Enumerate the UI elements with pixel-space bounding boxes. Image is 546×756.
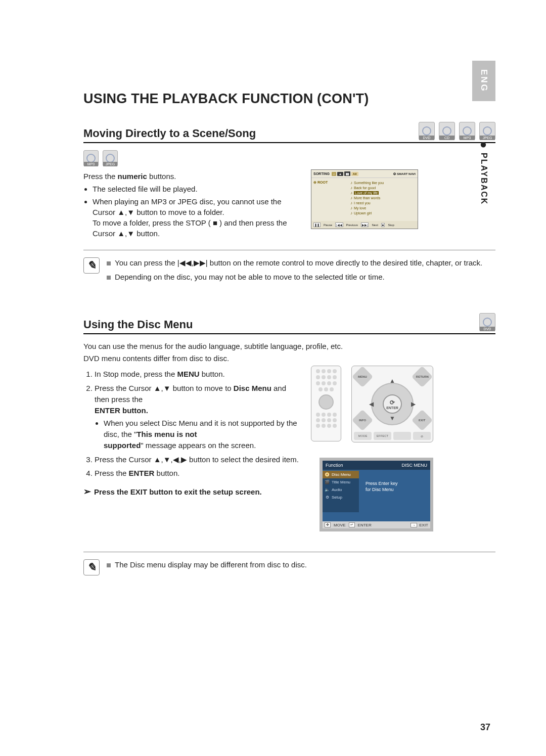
smartnavi-footer: ❚❚Pause |◀◀Previous ▶▶|Next ■Stop	[311, 221, 418, 229]
side-section-label: ● PLAYBACK	[472, 142, 495, 205]
osd-menu-item: 🎬Title Menu	[323, 478, 359, 486]
exit-key-icon: →	[411, 523, 417, 527]
previous-label: Previous	[346, 224, 358, 227]
music-note-icon: ♪	[350, 191, 352, 195]
pointer-icon: ➢	[83, 486, 91, 497]
enter-label: ENTER	[358, 523, 372, 527]
disc-icon-jpeg: JPEG	[103, 150, 118, 166]
note-bullet-icon	[107, 563, 111, 567]
song-item: ♪My love	[350, 206, 416, 210]
disc-icon-dvd: DVD	[479, 313, 495, 331]
note-content: You can press the |◀◀,▶▶| button on the …	[107, 257, 482, 283]
osd-menu-item: 🔈Audio	[323, 486, 359, 494]
song-item: ♪Uptown girl	[350, 211, 416, 215]
intro-text: Press the numeric buttons.	[83, 171, 301, 182]
note-text: Depending on the disc, you may not be ab…	[115, 273, 385, 281]
section-moving-heading: Moving Directly to a Scene/Song	[83, 127, 256, 140]
note-bullet-icon	[107, 261, 111, 265]
disc-icon-cd: CD	[439, 122, 455, 140]
osd-menu-item-selected: 📀Disc Menu	[323, 471, 359, 478]
disc-icon-jpeg: JPEG	[479, 122, 495, 140]
step-item: Press the Cursor ▲,▼ button to move to D…	[95, 383, 301, 451]
return-button: RETURN	[412, 366, 433, 387]
intro-text: DVD menu contents differ from disc to di…	[83, 353, 495, 364]
disc-icon-dvd: DVD	[419, 122, 435, 140]
arrow-left-icon: ◀	[369, 401, 374, 408]
sort-music-icon: ♪	[332, 172, 336, 176]
step-item: Press the Cursor ▲,▼,◀,▶ button to selec…	[95, 454, 301, 465]
smart-navi-screenshot: SORTING ♪ ▲ ▮▮ All ✪ SMART NAVI ⊖ ROOT ♪…	[311, 169, 418, 229]
song-item: ♪I need you	[350, 201, 416, 205]
dpad-foot-buttons: MODE EFFECT ⊘	[354, 432, 431, 440]
remote-and-dpad: MENU RETURN INFO EXIT ▲ ▼ ◀ ▶ ⟳ENTER MOD…	[311, 366, 433, 442]
next-key-icon: ▶▶|	[361, 223, 369, 227]
prev-key-icon: |◀◀	[335, 223, 343, 227]
section2-text: In Stop mode, press the MENU button. Pre…	[83, 366, 301, 497]
manual-page: ENG ● PLAYBACK USING THE PLAYBACK FUNCTI…	[0, 0, 546, 756]
note-bullet-icon	[107, 276, 111, 280]
note-text: The Disc menu display may be different f…	[115, 560, 307, 569]
osd-message: Press Enter key for Disc Menu	[366, 481, 398, 493]
bullet-item: The selected file will be played.	[93, 184, 301, 194]
section-discmenu-header: Using the Disc Menu DVD	[83, 313, 495, 334]
sort-photo-icon: ▲	[337, 172, 343, 176]
disc-icon-mp3: MP3	[83, 150, 99, 166]
pause-label: Pause	[324, 224, 332, 227]
song-item: ♪More than words	[350, 196, 416, 200]
section-moving-header: Moving Directly to a Scene/Song DVD CD M…	[83, 122, 495, 143]
section2-body: In Stop mode, press the MENU button. Pre…	[83, 366, 495, 531]
music-note-icon: ♪	[350, 196, 352, 200]
step-item: In Stop mode, press the MENU button.	[95, 369, 301, 380]
music-note-icon: ♪	[350, 186, 352, 190]
disc-type-icons: DVD CD MP3 JPEG	[419, 122, 495, 140]
osd-title-left: Function	[326, 463, 343, 468]
sub-disc-icons: MP3 JPEG	[83, 150, 495, 166]
note-content: The Disc menu display may be different f…	[107, 559, 307, 575]
bullet-item: When playing an MP3 or JPEG disc, you ca…	[93, 196, 301, 239]
move-label: MOVE	[334, 523, 346, 527]
step-item: Press the ENTER button.	[95, 468, 301, 479]
side-section-text: PLAYBACK	[479, 153, 488, 205]
root-folder: ⊖ ROOT	[313, 181, 346, 185]
disc-icon-mp3: MP3	[459, 122, 475, 140]
foot-button: ⊘	[413, 432, 431, 440]
move-key-icon: ✥	[325, 522, 331, 527]
section1-bullets: The selected file will be played. When p…	[83, 184, 301, 239]
menu-button: MENU	[352, 366, 373, 387]
note-icon: ✎	[83, 559, 100, 575]
arrow-right-icon: ▶	[411, 401, 416, 408]
pause-key-icon: ❚❚	[313, 223, 321, 227]
arrow-down-icon: ▼	[389, 415, 395, 422]
smartnavi-sort-bar: SORTING ♪ ▲ ▮▮ All ✪ SMART NAVI	[311, 170, 418, 178]
enter-key-icon: ↵	[349, 522, 355, 527]
info-button: INFO	[352, 410, 373, 431]
osd-screenshot: Function DISC MENU 📀Disc Menu 🎬Title Men…	[320, 458, 433, 531]
smartnavi-body: ⊖ ROOT ♪Something like you ♪Back for goo…	[311, 178, 418, 221]
song-item: ♪Something like you	[350, 181, 416, 185]
song-item-selected: ♪Love of my life	[350, 191, 416, 195]
next-label: Next	[372, 224, 378, 227]
sort-all-icon: All	[351, 172, 358, 176]
dpad-illustration: MENU RETURN INFO EXIT ▲ ▼ ◀ ▶ ⟳ENTER MOD…	[351, 366, 433, 442]
osd-footer: ✥MOVE ↵ENTER →EXIT	[323, 521, 430, 528]
osd-menu-item: ⚙Setup	[323, 494, 359, 501]
song-item: ♪Back for good	[350, 186, 416, 190]
section2-steps: In Stop mode, press the MENU button. Pre…	[83, 369, 301, 479]
stop-label: Stop	[388, 224, 394, 227]
sub-bullet-item: When you select Disc Menu and it is not …	[104, 418, 301, 451]
section1-text: Press the numeric buttons. The selected …	[83, 169, 301, 241]
osd-body: Function DISC MENU 📀Disc Menu 🎬Title Men…	[323, 461, 430, 521]
bullet-icon: ●	[480, 142, 488, 147]
section1-notes: ✎ You can press the |◀◀,▶▶| button on th…	[83, 250, 495, 283]
osd-title-right: DISC MENU	[401, 463, 427, 468]
foot-button	[393, 432, 411, 440]
section2-notes: ✎ The Disc menu display may be different…	[83, 552, 495, 575]
section2-figures: MENU RETURN INFO EXIT ▲ ▼ ◀ ▶ ⟳ENTER MOD…	[311, 366, 433, 531]
disc-type-icons: DVD	[479, 313, 495, 331]
smart-navi-label: ✪ SMART NAVI	[393, 172, 416, 175]
page-title: USING THE PLAYBACK FUNCTION (CON'T)	[83, 91, 495, 107]
sort-list-icon: ▮▮	[344, 171, 350, 176]
exit-instruction: ➢Press the EXIT button to exit the setup…	[83, 486, 301, 497]
note-icon: ✎	[83, 257, 100, 274]
exit-label: EXIT	[419, 523, 428, 527]
